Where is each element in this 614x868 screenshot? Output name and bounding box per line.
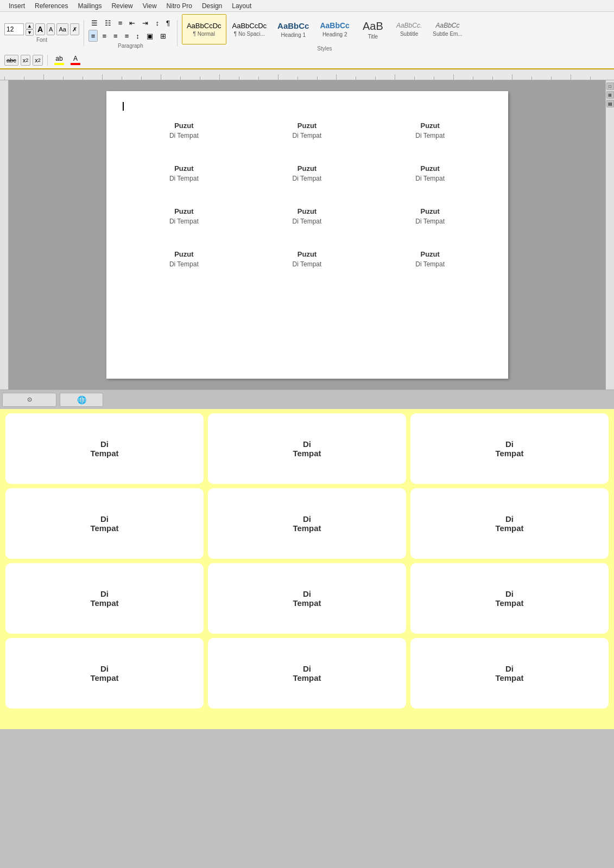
change-case-btn[interactable]: Aa bbox=[56, 23, 68, 35]
document-wrapper[interactable]: Puzut Di Tempat Puzut Di Tempat Puzut Di… bbox=[9, 80, 605, 390]
font-size-decrease[interactable]: ▼ bbox=[26, 29, 34, 36]
doc-cell-4: Puzut Di Tempat bbox=[123, 156, 246, 199]
ruler-tick bbox=[414, 76, 434, 80]
font-color-btn[interactable]: A bbox=[68, 54, 83, 66]
font-size-increase[interactable]: ▲ bbox=[26, 23, 34, 29]
sticker-cell-8: DiTempat bbox=[208, 563, 406, 634]
subscript-btn[interactable]: x2 bbox=[21, 55, 31, 66]
yellow-area: DiTempat DiTempat DiTempat DiTempat DiTe… bbox=[0, 409, 614, 729]
page-view-icon2[interactable]: ⊞ bbox=[606, 91, 614, 99]
ruler-tick bbox=[551, 76, 571, 80]
sticker-cell-7-text: DiTempat bbox=[90, 589, 118, 608]
ribbon-row2: abc x2 x2 ab A bbox=[4, 54, 610, 68]
ruler-tick-major bbox=[453, 74, 473, 80]
multilevel-btn[interactable]: ≡ bbox=[116, 17, 125, 29]
style-subtitle[interactable]: AaBbCc. Subtitle bbox=[391, 14, 427, 44]
menu-nitro[interactable]: Nitro Pro bbox=[162, 1, 197, 11]
show-para-btn[interactable]: ¶ bbox=[163, 17, 173, 29]
ruler-tick bbox=[258, 76, 278, 80]
menu-design[interactable]: Design bbox=[198, 1, 226, 11]
menu-view[interactable]: View bbox=[138, 1, 161, 11]
decrease-indent-btn[interactable]: ⇤ bbox=[126, 17, 138, 29]
ruler-tick-major bbox=[278, 74, 297, 80]
ruler-tick-major bbox=[161, 74, 180, 80]
ruler-tick bbox=[297, 76, 317, 80]
right-scroll[interactable]: □ ⊞ ▤ bbox=[605, 80, 614, 390]
sticker-cell-1: DiTempat bbox=[5, 413, 204, 484]
style-normal[interactable]: AaBbCcDc ¶ Normal bbox=[182, 14, 226, 44]
align-left-btn[interactable]: ≡ bbox=[88, 30, 98, 42]
text-cursor bbox=[123, 102, 124, 111]
superscript-btn[interactable]: x2 bbox=[33, 55, 43, 66]
decrease-font-btn[interactable]: A bbox=[47, 23, 55, 35]
font-size-input[interactable]: 12 bbox=[4, 23, 24, 35]
font-size-arrows: ▲ ▼ bbox=[26, 23, 34, 36]
highlight-color-btn[interactable]: ab bbox=[52, 54, 66, 66]
document[interactable]: Puzut Di Tempat Puzut Di Tempat Puzut Di… bbox=[106, 91, 508, 379]
numbering-btn[interactable]: ☷ bbox=[102, 17, 114, 29]
align-right-btn[interactable]: ≡ bbox=[111, 30, 121, 42]
align-justify-btn[interactable]: ≡ bbox=[122, 30, 132, 42]
doc-cell-12: Puzut Di Tempat bbox=[369, 241, 492, 284]
ruler-tick bbox=[356, 76, 375, 80]
taskbar-item1[interactable]: ⊙ bbox=[2, 393, 56, 407]
menu-references[interactable]: References bbox=[30, 1, 72, 11]
styles-group-label: Styles bbox=[182, 46, 467, 52]
increase-indent-btn[interactable]: ⇥ bbox=[140, 17, 151, 29]
ruler bbox=[0, 69, 614, 80]
ruler-tick bbox=[4, 76, 24, 80]
doc-cell-7-sub: Di Tempat bbox=[134, 218, 235, 225]
taskbar-item2[interactable]: 🌐 bbox=[60, 393, 103, 407]
doc-cell-3-title: Puzut bbox=[379, 122, 481, 130]
clear-format-btn[interactable]: ✗ bbox=[70, 23, 79, 35]
shading-btn[interactable]: ▣ bbox=[144, 30, 156, 42]
sticker-cell-8-text: DiTempat bbox=[293, 589, 321, 608]
ruler-tick-major bbox=[219, 74, 239, 80]
style-title[interactable]: AaB Title bbox=[356, 14, 390, 44]
sticker-cell-9: DiTempat bbox=[410, 563, 609, 634]
sticker-cell-4: DiTempat bbox=[5, 488, 204, 559]
menu-layout[interactable]: Layout bbox=[227, 1, 256, 11]
sticker-cell-11: DiTempat bbox=[208, 638, 406, 709]
sticker-cell-5: DiTempat bbox=[208, 488, 406, 559]
doc-cell-5-title: Puzut bbox=[256, 164, 358, 173]
ruler-tick bbox=[83, 76, 102, 80]
style-heading1[interactable]: AaBbCc Heading 1 bbox=[273, 14, 314, 44]
ruler-tick bbox=[63, 76, 83, 80]
ruler-tick bbox=[239, 76, 258, 80]
align-center-btn[interactable]: ≡ bbox=[99, 30, 109, 42]
taskbar-label1: ⊙ bbox=[27, 396, 32, 403]
ruler-tick bbox=[200, 76, 219, 80]
page-view-icon3[interactable]: ▤ bbox=[606, 100, 614, 107]
sticker-cell-7: DiTempat bbox=[5, 563, 204, 634]
line-spacing-btn[interactable]: ↕ bbox=[133, 30, 142, 42]
menu-insert[interactable]: Insert bbox=[4, 1, 29, 11]
menu-review[interactable]: Review bbox=[107, 1, 137, 11]
doc-cell-9: Puzut Di Tempat bbox=[369, 199, 492, 241]
strikethrough-btn[interactable]: abc bbox=[4, 55, 18, 66]
menu-mailings[interactable]: Mailings bbox=[73, 1, 106, 11]
doc-cell-6: Puzut Di Tempat bbox=[369, 156, 492, 199]
bullets-btn[interactable]: ☰ bbox=[88, 17, 100, 29]
ruler-tick bbox=[531, 76, 551, 80]
left-scroll bbox=[0, 80, 9, 390]
borders-btn[interactable]: ⊞ bbox=[157, 30, 169, 42]
sticker-cell-4-text: DiTempat bbox=[90, 514, 118, 533]
doc-cell-6-sub: Di Tempat bbox=[379, 175, 481, 182]
style-normal-preview: AaBbCcDc bbox=[187, 22, 221, 30]
ruler-tick bbox=[180, 76, 200, 80]
doc-cell-10: Puzut Di Tempat bbox=[123, 241, 246, 284]
increase-font-btn[interactable]: A bbox=[35, 23, 45, 35]
style-heading1-label: Heading 1 bbox=[281, 32, 306, 38]
style-heading2[interactable]: AaBbCc Heading 2 bbox=[315, 14, 354, 44]
doc-cell-4-sub: Di Tempat bbox=[134, 175, 235, 182]
style-subtle-em[interactable]: AaBbCc Subtle Em... bbox=[428, 14, 467, 44]
sort-btn[interactable]: ↕ bbox=[153, 17, 162, 29]
ruler-tick bbox=[141, 76, 161, 80]
page-view-icon1[interactable]: □ bbox=[606, 82, 614, 90]
style-no-spacing[interactable]: AaBbCcDc ¶ No Spaci... bbox=[227, 14, 272, 44]
style-normal-label: ¶ Normal bbox=[193, 31, 215, 37]
font-group: 12 ▲ ▼ A A Aa ✗ Font bbox=[4, 23, 79, 43]
doc-cell-8-title: Puzut bbox=[256, 207, 358, 215]
doc-cell-3: Puzut Di Tempat bbox=[369, 113, 492, 156]
